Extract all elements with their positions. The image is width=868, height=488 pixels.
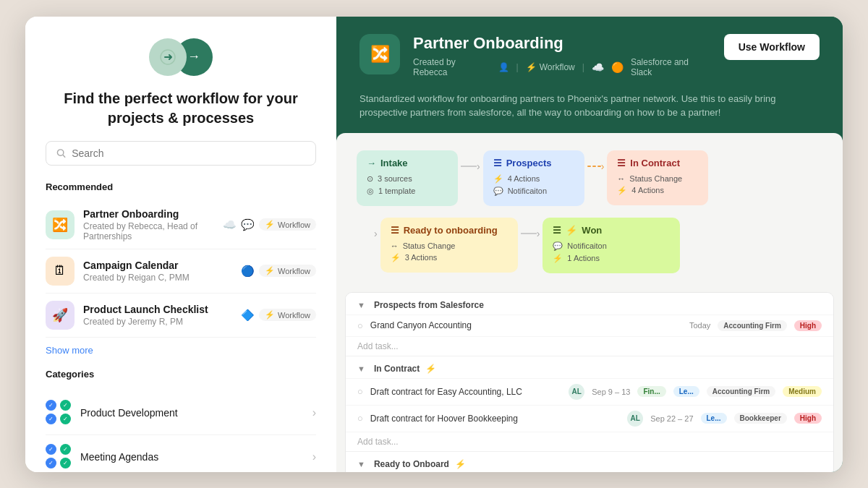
right-content: → Intake ⊙ 3 sources ◎ 1 template — [336, 133, 843, 472]
lightning-ready: ⚡ — [455, 459, 466, 469]
task-priority-high-1: High — [794, 320, 822, 331]
right-panel: 🔀 Partner Onboarding Created by Rebecca … — [336, 17, 843, 472]
task-row-hoover[interactable]: ○ Draft contract for Hoover Bookkeeping … — [346, 405, 833, 432]
logo-area: → — [46, 38, 316, 76]
workflow-badge-partner: ⚡ Workflow — [259, 218, 316, 231]
workflow-icon-partner: 🔀 — [46, 210, 75, 239]
task-tag-fin: Fin... — [637, 386, 665, 397]
node-intake-label: Intake — [380, 158, 408, 168]
section-title-prospects: Prospects from Salesforce — [374, 300, 484, 310]
task-priority-medium: Medium — [783, 386, 822, 397]
workflow-badges-partner: ☁️ 💬 ⚡ Workflow — [223, 218, 316, 231]
task-date-grand-canyon: Today — [689, 321, 710, 330]
workflow-icon-product: 🚀 — [46, 301, 75, 330]
left-panel: → Find the perfect workflow for your pro… — [25, 17, 336, 472]
arrow-ready-won: › — [518, 228, 543, 239]
workflow-icon-campaign: 🗓 — [46, 257, 75, 286]
category-product-dev[interactable]: ✓ ✓ ✓ ✓ Product Development › — [46, 391, 316, 435]
flow-node-intake[interactable]: → Intake ⊙ 3 sources ◎ 1 template — [357, 150, 458, 206]
flow-node-ready[interactable]: ☰ Ready to onboarding ↔ Status Change ⚡ … — [380, 218, 518, 273]
arrow-prospects-contract: › — [584, 160, 608, 172]
created-by: Created by Rebecca — [413, 57, 491, 77]
section-title-ready: Ready to Onboard — [374, 459, 449, 469]
workflow-name-campaign: Campaign Calendar — [83, 260, 232, 271]
workflow-item-product[interactable]: 🚀 Product Launch Checklist Created by Je… — [46, 294, 316, 338]
category-name-meeting: Meeting Agendas — [80, 451, 312, 463]
task-name-hoover: Draft contract for Hoover Bookkeeping — [370, 414, 620, 424]
right-header: 🔀 Partner Onboarding Created by Rebecca … — [336, 17, 843, 92]
task-area: ▼ Prospects from Salesforce ○ Grand Cany… — [345, 292, 834, 472]
flow-node-won[interactable]: ☰ ⚡ Won 💬 Notificaiton ⚡ 1 Actions — [542, 218, 680, 273]
categories-title: Categories — [46, 369, 316, 380]
task-tag-le-1: Le... — [673, 386, 699, 397]
task-tag-le-2: Le... — [701, 413, 727, 424]
task-row-grand-canyon[interactable]: ○ Grand Canyon Accounting Today Accounti… — [346, 314, 833, 336]
workflow-badges-campaign: 🔵 ⚡ Workflow — [241, 265, 316, 278]
chevron-meeting: › — [312, 450, 316, 463]
workflow-item-partner[interactable]: 🔀 Partner Onboarding Created by Rebecca,… — [46, 201, 316, 249]
search-input[interactable] — [72, 147, 305, 159]
workflow-sub-campaign: Created by Reigan C, PMM — [83, 273, 232, 283]
task-name-grand-canyon: Grand Canyon Accounting — [370, 320, 682, 330]
section-title-contract: In Contract — [374, 364, 420, 374]
svg-point-1 — [57, 149, 63, 155]
categories-list: ✓ ✓ ✓ ✓ Product Development › ✓ ✓ ✓ ✓ Me… — [46, 391, 316, 472]
add-task-prospects[interactable]: Add task... — [346, 336, 833, 356]
task-date-hoover: Sep 22 – 27 — [650, 414, 693, 423]
workflow-sub-partner: Created by Rebecca, Head of Partnerships — [83, 221, 214, 241]
workflow-badge-campaign: ⚡ Workflow — [259, 265, 316, 277]
detail-description: Standardized workflow for onboarding par… — [336, 92, 843, 133]
detail-meta: Created by Rebecca 👤 | ⚡ Workflow | ☁️ 🟠… — [413, 57, 711, 77]
task-tag-accounting-firm-1: Accounting Firm — [718, 320, 786, 331]
flow-node-in-contract[interactable]: ☰ In Contract ↔ Status Change ⚡ 4 Action… — [607, 150, 708, 205]
workflow-diagram: → Intake ⊙ 3 sources ◎ 1 template — [336, 133, 843, 292]
category-meeting[interactable]: ✓ ✓ ✓ ✓ Meeting Agendas › — [46, 435, 316, 472]
apps-label: Salesforce and Slack — [631, 57, 711, 77]
recommended-list: 🔀 Partner Onboarding Created by Rebecca,… — [46, 201, 316, 338]
task-tag-bookkeeper: Bookkeeper — [734, 413, 787, 424]
workflow-sub-product: Created by Jeremy R, PM — [83, 317, 232, 327]
recommended-title: Recommended — [46, 181, 316, 192]
workflow-detail-logo: 🔀 — [359, 34, 400, 74]
arrow-intake-prospects: › — [458, 160, 483, 172]
section-ready-onboard[interactable]: ▼ Ready to Onboard ⚡ — [346, 451, 833, 472]
show-more-link[interactable]: Show more — [46, 345, 316, 356]
task-row-easy-accounting[interactable]: ○ Draft contract for Easy Accounting, LL… — [346, 378, 833, 405]
node-won-label: Won — [582, 225, 602, 236]
flow-row-1: → Intake ⊙ 3 sources ◎ 1 template — [357, 150, 822, 206]
cat-icons-product: ✓ ✓ ✓ ✓ — [46, 400, 72, 426]
workflow-name-product: Product Launch Checklist — [83, 304, 232, 315]
arrow-ready: › — [371, 228, 380, 239]
flow-node-prospects[interactable]: ☰ Prospects ⚡ 4 Actions 💬 Notificaiton — [483, 150, 584, 206]
workflow-item-campaign[interactable]: 🗓 Campaign Calendar Created by Reigan C,… — [46, 249, 316, 294]
task-date-easy: Sep 9 – 13 — [592, 388, 630, 396]
category-name-product: Product Development — [80, 407, 312, 419]
node-prospects-label: Prospects — [506, 158, 552, 168]
task-tag-accounting-2: Accounting Firm — [707, 386, 775, 397]
workflow-name-partner: Partner Onboarding — [83, 208, 214, 220]
add-task-contract[interactable]: Add task... — [346, 432, 833, 451]
page-headline: Find the perfect workflow for your proje… — [46, 89, 316, 128]
chevron-product: › — [312, 406, 316, 419]
search-icon — [56, 148, 66, 158]
search-bar[interactable] — [46, 141, 316, 166]
logo-circles: → — [149, 38, 213, 76]
use-workflow-button[interactable]: Use Workflow — [724, 34, 820, 60]
node-contract-label: In Contract — [630, 158, 680, 168]
section-prospects-salesforce[interactable]: ▼ Prospects from Salesforce — [346, 293, 833, 314]
task-priority-high-2: High — [794, 413, 822, 424]
avatar-amy-1: AL — [569, 384, 584, 400]
workflow-badges-product: 🔷 ⚡ Workflow — [241, 309, 316, 322]
workflow-badge-product: ⚡ Workflow — [259, 309, 316, 321]
section-in-contract[interactable]: ▼ In Contract ⚡ — [346, 356, 833, 378]
lightning-contract: ⚡ — [425, 364, 436, 374]
task-name-easy: Draft contract for Easy Accounting, LLC — [370, 387, 561, 397]
workflow-label: Workflow — [540, 62, 575, 72]
avatar-amy-2: AL — [627, 411, 643, 427]
detail-title: Partner Onboarding — [413, 34, 711, 53]
cat-icons-meeting: ✓ ✓ ✓ ✓ — [46, 444, 72, 470]
node-ready-label: Ready to onboarding — [404, 225, 498, 236]
circle-left — [149, 38, 187, 76]
flow-row-2: › ☰ Ready to onboarding ↔ Status Change — [357, 218, 822, 273]
